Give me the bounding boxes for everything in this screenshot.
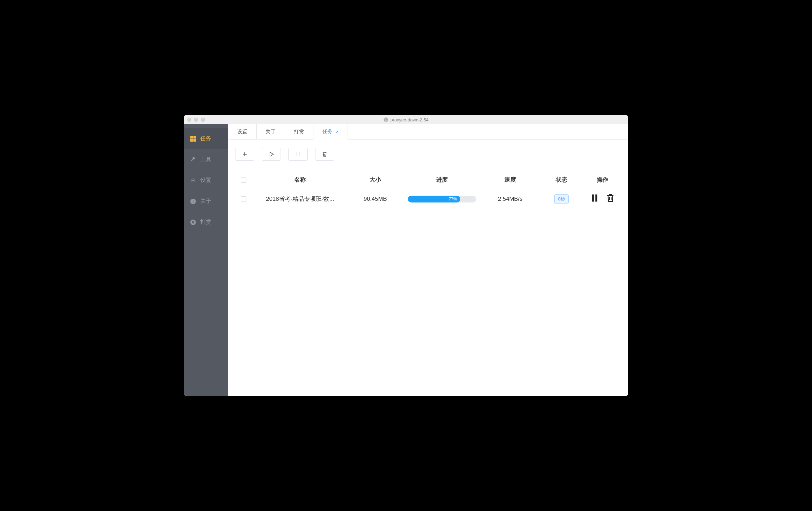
svg-rect-1: [190, 136, 193, 139]
pause-icon: [295, 152, 301, 157]
main-content: 设置 关于 打赏 任务 ×: [228, 124, 628, 396]
row-status: 8秒: [539, 194, 584, 204]
svg-rect-6: [193, 201, 193, 203]
sidebar-item-label: 打赏: [200, 219, 211, 226]
downloads-table: 名称 大小 进度 速度 状态 操作 2018省考-精品专项班-数... 90.4…: [235, 171, 621, 209]
header-progress: 进度: [403, 176, 481, 184]
svg-rect-3: [190, 139, 193, 142]
sidebar-item-label: 工具: [200, 156, 211, 163]
plus-icon: [242, 152, 247, 157]
row-delete-button[interactable]: [606, 194, 614, 204]
row-size: 90.45MB: [348, 196, 403, 202]
tab-donate[interactable]: 打赏: [285, 124, 313, 139]
app-icon: [383, 117, 388, 122]
tab-label: 关于: [266, 129, 276, 135]
svg-marker-12: [270, 152, 273, 156]
progress-bar: 77%: [408, 196, 476, 202]
maximize-button[interactable]: [201, 118, 205, 122]
play-icon: [269, 152, 274, 157]
row-name: 2018省考-精品专项班-数...: [252, 195, 348, 203]
titlebar: proxyee-down-2.54: [184, 115, 628, 124]
table-header: 名称 大小 进度 速度 状态 操作: [235, 171, 621, 188]
grid-icon: [190, 136, 196, 142]
sidebar-item-tools[interactable]: 工具: [184, 149, 228, 170]
sidebar-item-label: 任务: [200, 135, 211, 142]
svg-rect-15: [592, 195, 594, 202]
table-row: 2018省考-精品专项班-数... 90.45MB 77% 2.54MB/s 8…: [235, 188, 621, 209]
sidebar-item-about[interactable]: 关于: [184, 191, 228, 212]
row-speed: 2.54MB/s: [481, 196, 539, 202]
sidebar: 任务 工具 设置 关于 ¥: [184, 124, 228, 396]
wrench-icon: [190, 157, 196, 163]
sidebar-item-label: 设置: [200, 177, 211, 184]
select-all-checkbox[interactable]: [241, 177, 246, 183]
minimize-button[interactable]: [194, 118, 198, 122]
svg-rect-2: [193, 136, 196, 139]
tab-label: 打赏: [294, 129, 304, 135]
header-speed: 速度: [481, 176, 539, 184]
row-checkbox-col: [235, 196, 252, 202]
tab-settings[interactable]: 设置: [228, 124, 257, 139]
svg-text:¥: ¥: [192, 220, 194, 224]
header-checkbox-col: [235, 177, 252, 183]
row-actions: [584, 194, 621, 204]
header-actions: 操作: [584, 176, 621, 184]
progress-label: 77%: [449, 197, 457, 201]
header-size: 大小: [348, 176, 403, 184]
header-name: 名称: [252, 176, 348, 184]
sidebar-item-tasks[interactable]: 任务: [184, 128, 228, 149]
progress-fill: 77%: [408, 196, 460, 202]
sidebar-item-donate[interactable]: ¥ 打赏: [184, 212, 228, 233]
sidebar-item-label: 关于: [200, 198, 211, 205]
toolbar: [235, 148, 621, 161]
app-window: proxyee-down-2.54 任务 工具 设置: [184, 115, 628, 396]
close-button[interactable]: [187, 118, 191, 122]
tasks-content: 名称 大小 进度 速度 状态 操作 2018省考-精品专项班-数... 90.4…: [228, 140, 628, 396]
trash-icon: [606, 194, 614, 202]
svg-rect-16: [595, 195, 597, 202]
svg-rect-4: [193, 139, 196, 142]
svg-point-7: [193, 200, 193, 200]
pause-icon: [591, 194, 599, 202]
yen-icon: ¥: [190, 219, 196, 225]
row-pause-button[interactable]: [591, 194, 599, 204]
pause-button[interactable]: [288, 148, 308, 161]
row-progress: 77%: [403, 196, 481, 202]
tab-label: 任务: [322, 128, 333, 135]
trash-icon: [322, 152, 327, 157]
tab-label: 设置: [237, 129, 247, 135]
close-icon[interactable]: ×: [336, 129, 339, 134]
window-title-text: proxyee-down-2.54: [390, 117, 428, 122]
delete-button[interactable]: [315, 148, 334, 161]
tab-about[interactable]: 关于: [257, 124, 285, 139]
tab-tasks[interactable]: 任务 ×: [313, 124, 348, 140]
status-badge: 8秒: [554, 194, 569, 204]
sidebar-item-settings[interactable]: 设置: [184, 170, 228, 191]
tabs-bar: 设置 关于 打赏 任务 ×: [228, 124, 628, 140]
gear-icon: [190, 178, 196, 184]
info-icon: [190, 198, 196, 205]
row-checkbox[interactable]: [241, 196, 246, 202]
app-body: 任务 工具 设置 关于 ¥: [184, 124, 628, 396]
add-button[interactable]: [235, 148, 254, 161]
window-title: proxyee-down-2.54: [383, 117, 428, 122]
traffic-lights: [187, 118, 205, 122]
play-button[interactable]: [262, 148, 281, 161]
header-status: 状态: [539, 176, 584, 184]
